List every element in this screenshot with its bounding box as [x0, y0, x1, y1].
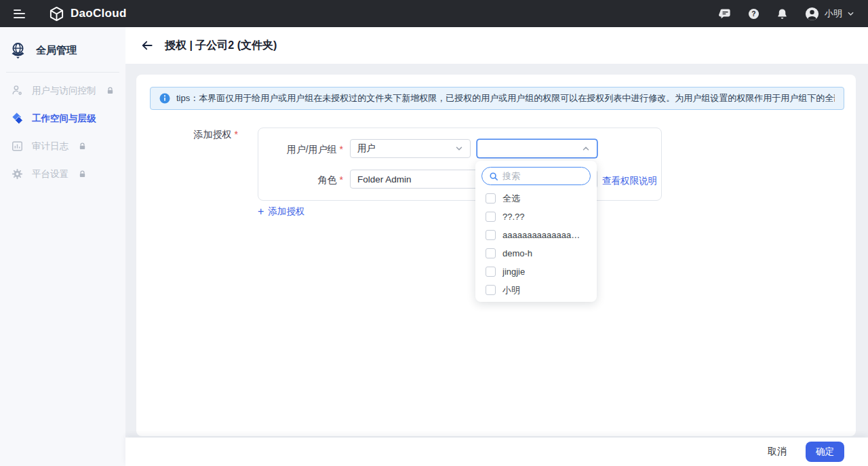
- sidebar-item-workspace-hierarchy[interactable]: 工作空间与层级: [0, 104, 125, 132]
- option-label: jingjie: [502, 267, 525, 277]
- lock-icon: [106, 86, 115, 95]
- checkbox[interactable]: [486, 248, 496, 258]
- checkbox[interactable]: [486, 193, 496, 203]
- user-type-select-value: 用户: [357, 142, 376, 155]
- brand-name: DaoCloud: [71, 7, 127, 20]
- sidebar-item-label: 工作空间与层级: [32, 113, 96, 125]
- workspace-diamond-icon: [11, 112, 24, 125]
- add-authorization-section-label: 添加授权*: [177, 129, 238, 141]
- user-gear-icon: [11, 84, 24, 97]
- gear-icon: [11, 168, 24, 180]
- option-label: ??.??: [502, 212, 525, 222]
- view-permission-link[interactable]: 查看权限说明: [602, 175, 657, 187]
- add-authorization-link-label: 添加授权: [268, 206, 304, 218]
- role-select-value: Folder Admin: [357, 174, 412, 185]
- brand-logo: DaoCloud: [49, 6, 127, 22]
- user-group-field-label: 用户/用户组*: [258, 144, 343, 156]
- checkbox[interactable]: [486, 212, 496, 222]
- search-icon: [489, 172, 498, 181]
- user-select-dropdown: 全选 ??.?? aaaaaaaaaaaaaaaaaaaaaaaaaaaaaa …: [475, 161, 597, 302]
- sidebar-item-label: 审计日志: [32, 140, 68, 153]
- option-label: aaaaaaaaaaaaaaaaaaaaaaaaaaaaaa: [502, 230, 583, 240]
- dropdown-option[interactable]: demo-h: [475, 244, 597, 263]
- back-arrow-icon[interactable]: [140, 39, 154, 52]
- option-label: 小明: [502, 284, 520, 296]
- tips-text: tips：本界面仅用于给用户或用户组在未授权过的文件夹下新增权限，已授权的用户或…: [176, 92, 835, 104]
- sidebar: 全局管理 用户与访问控制: [0, 27, 125, 466]
- menu-toggle-icon[interactable]: [14, 9, 26, 18]
- username-label: 小明: [825, 7, 842, 20]
- sidebar-section-global-management[interactable]: 全局管理: [0, 27, 125, 60]
- dropdown-option[interactable]: jingjie: [475, 263, 597, 281]
- globe-icon: [9, 41, 27, 60]
- avatar-icon: [804, 6, 820, 22]
- sidebar-item-label: 用户与访问控制: [32, 85, 96, 97]
- bell-icon[interactable]: [776, 7, 789, 20]
- required-mark: *: [340, 144, 343, 155]
- dropdown-search: [481, 167, 591, 185]
- confirm-button[interactable]: 确定: [806, 442, 844, 462]
- option-label: 全选: [502, 193, 520, 205]
- chevron-down-icon: [847, 10, 854, 18]
- dropdown-option-select-all[interactable]: 全选: [475, 189, 597, 208]
- role-field-label: 角色*: [258, 174, 343, 187]
- dropdown-option[interactable]: ??.??: [475, 208, 597, 226]
- page-title: 授权 | 子公司2 (文件夹): [165, 39, 277, 53]
- chevron-down-icon: [455, 144, 463, 153]
- message-icon[interactable]: [719, 7, 732, 20]
- sidebar-item-audit-log[interactable]: 审计日志: [0, 132, 125, 160]
- option-label: demo-h: [502, 248, 532, 258]
- dropdown-option[interactable]: 小明: [475, 281, 597, 299]
- info-icon: [159, 93, 170, 104]
- user-type-select[interactable]: 用户: [350, 139, 471, 158]
- tips-banner: tips：本界面仅用于给用户或用户组在未授权过的文件夹下新增权限，已授权的用户或…: [150, 87, 844, 110]
- required-mark: *: [235, 129, 238, 140]
- dropdown-option[interactable]: aaaaaaaaaaaaaaaaaaaaaaaaaaaaaa: [475, 226, 597, 244]
- add-authorization-link[interactable]: + 添加授权: [258, 206, 304, 218]
- checkbox[interactable]: [486, 285, 496, 295]
- sidebar-item-label: 平台设置: [32, 168, 68, 180]
- search-input[interactable]: [502, 171, 583, 181]
- sidebar-item-user-access-control[interactable]: 用户与访问控制: [0, 77, 125, 104]
- cube-logo-icon: [49, 6, 64, 22]
- required-mark: *: [340, 174, 343, 185]
- plus-icon: +: [258, 207, 264, 216]
- footer-action-bar: 取消 确定: [125, 438, 868, 466]
- cancel-button[interactable]: 取消: [768, 446, 787, 458]
- lock-icon: [78, 142, 87, 151]
- topbar: DaoCloud ?: [0, 0, 868, 27]
- user-multiselect[interactable]: [477, 139, 597, 158]
- user-menu[interactable]: 小明: [804, 6, 854, 22]
- page-header: 授权 | 子公司2 (文件夹): [125, 27, 868, 64]
- sidebar-item-platform-settings[interactable]: 平台设置: [0, 160, 125, 188]
- svg-text:?: ?: [751, 10, 755, 18]
- checkbox[interactable]: [486, 267, 496, 277]
- chevron-up-icon: [582, 144, 590, 153]
- audit-log-icon: [11, 140, 24, 153]
- checkbox[interactable]: [486, 230, 496, 240]
- help-icon[interactable]: ?: [747, 7, 760, 20]
- sidebar-section-title: 全局管理: [36, 44, 77, 57]
- sidebar-divider: [6, 72, 119, 73]
- authorization-group-box: 用户/用户组* 用户 角色* Folder Admin 查看权限说明: [258, 128, 662, 201]
- lock-icon: [78, 170, 87, 178]
- sidebar-nav: 用户与访问控制 工作空间与层级 审计日志: [0, 77, 125, 188]
